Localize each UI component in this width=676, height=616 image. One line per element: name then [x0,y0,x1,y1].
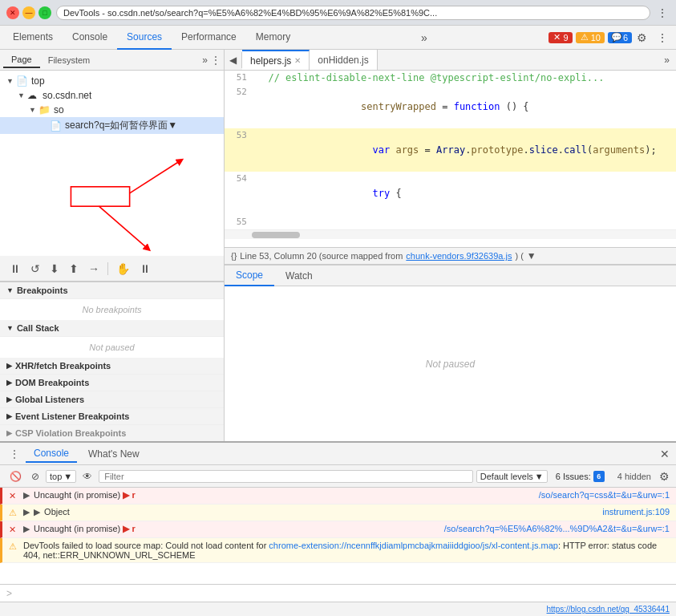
dom-breakpoints-header[interactable]: ▶ DOM Breakpoints [0,375,224,391]
expand-arrow-3[interactable]: ▶ [23,524,30,533]
window-minimize-button[interactable]: — [22,6,35,19]
xhr-arrow: ▶ [6,362,12,370]
onhidden-tab-label: onHidden.js [318,55,368,66]
line-num-51: 51 [225,71,253,85]
devtools-window: Elements Console Sources Performance Mem… [0,26,676,616]
console-messages[interactable]: ✕ ▶ Uncaught (in promise) ▶ r /so/search… [0,488,676,584]
call-stack-header[interactable]: ▼ Call Stack [0,320,224,337]
console-input-field[interactable] [15,589,670,598]
console-header-dots-button[interactable]: ⋮ [6,447,22,461]
step-out-button[interactable]: ⬆ [66,261,82,277]
breakpoints-header[interactable]: ▼ Breakpoints [0,282,224,299]
file-tree[interactable]: ▼ 📄 top ▼ ☁ so.csdn.net ▼ [0,71,224,256]
console-levels-selector[interactable]: Default levels ▼ [476,470,548,483]
right-panel: ◀ helpers.js ✕ onHidden.js » 51 [225,50,676,441]
pause-on-exceptions-button[interactable]: ⏸ [136,261,154,277]
scope-empty-text: Not paused [426,359,475,370]
code-hscroll-thumb[interactable] [252,232,300,238]
line-num-52: 52 [225,85,253,99]
console-tab-console[interactable]: Console [26,445,77,463]
source-map-link[interactable]: chrome-extension://ncennffkjdiamlpmcbajk… [269,541,558,550]
tab-elements[interactable]: Elements [3,26,63,50]
expand-arrow-2b[interactable]: ▶ [34,507,40,517]
breakpoints-title: Breakpoints [17,286,68,295]
subtab-more-button[interactable]: » [202,55,208,66]
console-filter-input[interactable] [99,470,473,483]
window-close-button[interactable]: ✕ [6,6,19,19]
call-stack-content: Not paused [0,337,224,358]
more-tabs-button[interactable]: » [415,28,434,47]
console-tab-whatsnew[interactable]: What's New [80,446,148,462]
call-stack-title: Call Stack [17,323,59,333]
chrome-menu-button[interactable]: ⋮ [655,5,670,21]
xhr-title: XHR/fetch Breakpoints [15,361,111,371]
console-msg-link-1[interactable]: /so/search?q=css&t=&u=&urw=:1 [532,490,670,500]
source-mapped-link[interactable]: chunk-vendors.9f32639a.js [406,251,512,261]
code-editor[interactable]: 51 // eslint-disable-next-line @typescri… [225,71,676,247]
tree-item-domain[interactable]: ▼ ☁ so.csdn.net [0,88,224,103]
console-context-label: top [50,472,62,481]
tree-arrow-so: ▼ [29,106,38,114]
status-bar-url[interactable]: https://blog.csdn.net/qq_45336441 [547,605,670,614]
code-horizontal-scrollbar[interactable] [225,229,676,239]
expand-arrow-1[interactable]: ▶ [23,490,30,500]
deactivate-breakpoints-button[interactable]: ✋ [113,261,133,277]
xhr-breakpoints-header[interactable]: ▶ XHR/fetch Breakpoints [0,358,224,375]
tree-item-so-folder[interactable]: ▼ 📁 so [0,103,224,117]
line-num-53: 53 [225,128,253,143]
console-msg-link-2[interactable]: instrument.js:109 [596,507,670,517]
step-into-button[interactable]: ⬇ [47,261,63,277]
tab-performance[interactable]: Performance [172,26,246,50]
source-statusbar-expand-button[interactable]: ▼ [527,250,536,261]
scope-tab[interactable]: Scope [225,265,274,286]
hidden-badge-button[interactable]: 4 hidden [613,471,656,482]
tree-item-top[interactable]: ▼ 📄 top [0,74,224,88]
devtools-more-options-button[interactable]: ⋮ [652,30,673,46]
event-arrow: ▶ [6,412,12,420]
file-tab-back-button[interactable]: ◀ [225,52,242,68]
line-num-55: 55 [225,215,253,229]
step-button[interactable]: → [85,261,103,277]
helpers-tab-close[interactable]: ✕ [294,56,301,65]
console-clear-button[interactable]: 🚫 [6,469,25,484]
left-panel-dots-button[interactable]: ⋮ [211,55,221,66]
subtab-page[interactable]: Page [3,52,40,68]
file-tab-helpers[interactable]: helpers.js ✕ [242,50,310,71]
tree-item-search-file[interactable]: 📄 search?q=如何暂停界面▼ [0,117,224,134]
helpers-tab-label: helpers.js [250,55,291,67]
tree-icon-top: 📄 [16,75,29,87]
tab-memory[interactable]: Memory [246,26,300,50]
console-msg-link-3[interactable]: /so/search?q=%E5%A6%82%...%9D%A2&t=&u=&u… [438,524,670,533]
expand-arrow-2[interactable]: ▶ [23,507,30,517]
devtools-main: Page Filesystem » ⋮ ▼ 📄 top [0,50,676,441]
tab-console[interactable]: Console [63,26,117,50]
console-stop-button[interactable]: ⊘ [28,469,43,484]
subtab-filesystem[interactable]: Filesystem [40,53,99,67]
csp-breakpoints-header[interactable]: ▶ CSP Violation Breakpoints [0,425,224,441]
line-content-52: sentryWrapped = function () { [253,85,676,128]
console-context-selector[interactable]: top ▼ [46,470,76,483]
code-line-51: 51 // eslint-disable-next-line @typescri… [225,71,676,85]
console-settings-button[interactable]: ⚙ [659,470,670,483]
console-input-area: > [0,584,676,602]
pause-resume-button[interactable]: ⏸ [6,261,24,277]
source-statusbar: {} Line 53, Column 20 (source mapped fro… [225,247,676,265]
console-panel: ⋮ Console What's New ✕ 🚫 ⊘ top ▼ 👁 Defau… [0,441,676,602]
event-breakpoints-header[interactable]: ▶ Event Listener Breakpoints [0,408,224,425]
issues-badge[interactable]: 6 Issues: 6 [551,470,609,483]
file-tab-onhidden[interactable]: onHidden.js [310,50,377,71]
devtools-settings-button[interactable]: ⚙ [632,30,652,46]
window-maximize-button[interactable]: □ [38,6,51,19]
step-over-button[interactable]: ↺ [27,261,43,277]
code-line-54: 54 try { [225,172,676,215]
scope-watch-panel: Scope Watch Not paused [225,265,676,441]
tab-sources[interactable]: Sources [117,26,172,50]
file-tabs-more-button[interactable]: » [658,52,676,68]
tree-arrow-top: ▼ [6,77,16,85]
chrome-addressbar[interactable]: DevTools - so.csdn.net/so/search?q=%E5%A… [56,6,650,20]
console-close-button[interactable]: ✕ [660,448,670,460]
watch-tab[interactable]: Watch [274,265,324,286]
error-icon: ✕ [553,33,562,43]
global-listeners-header[interactable]: ▶ Global Listeners [0,391,224,408]
console-eye-button[interactable]: 👁 [79,469,95,484]
